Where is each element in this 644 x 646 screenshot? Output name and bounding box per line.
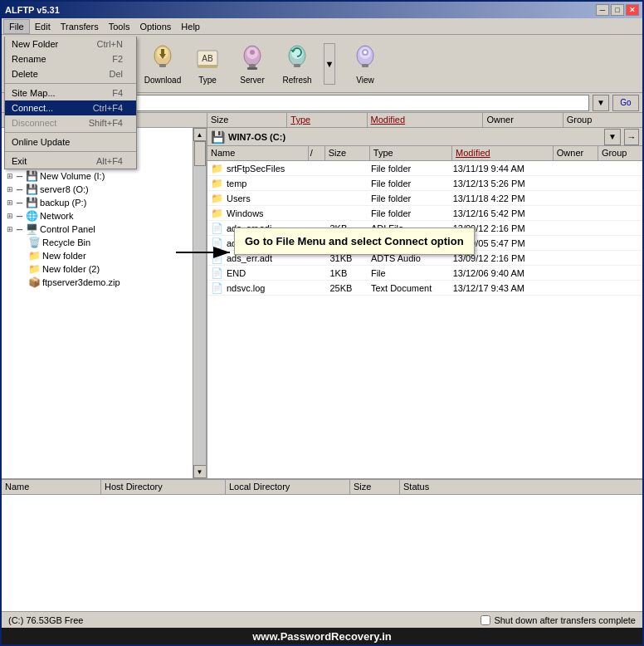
tree-item-new-vol-i[interactable]: ⊞ ─ 💾 New Volume (I:) [3, 169, 191, 183]
right-size-col[interactable]: Size [325, 146, 370, 160]
panels-area: ⊞ ─ 💾 WIN-VISTA (F:) ⊞ ─ 💾 my all databa… [2, 128, 642, 478]
right-panel-bar: 💾 WIN7-OS (C:) ▼ → [207, 128, 642, 146]
right-slash-col[interactable]: / [309, 146, 325, 160]
file-row[interactable]: 📁 Users File folder 13/11/18 4:22 PM [207, 191, 642, 206]
drive-icon-4: 💾 [26, 170, 38, 182]
annotation-box: Go to File Menu and select Connect optio… [234, 228, 475, 255]
view-icon [349, 42, 382, 76]
tree-item-backup[interactable]: ⊞ ─ 💾 backup (P:) [3, 196, 191, 209]
menu-delete[interactable]: Delete Del [5, 66, 136, 81]
transfer-panel: Name Host Directory Local Directory Size… [2, 478, 642, 611]
file-row[interactable]: 📁 Windows File folder 13/12/16 5:42 PM [207, 206, 642, 221]
right-panel: 💾 WIN7-OS (C:) ▼ → Name / Size Type Modi… [207, 128, 642, 478]
modified-col-header[interactable]: Modified [368, 113, 484, 127]
right-group-col[interactable]: Group [598, 146, 642, 160]
menu-help[interactable]: Help [176, 20, 205, 33]
view-label: View [356, 76, 374, 85]
tree-item-new-folder-2[interactable]: 📁 New folder (2) [3, 262, 191, 276]
svg-point-35 [363, 51, 367, 54]
recycle-icon: 🗑️ [28, 237, 41, 248]
size-col-header[interactable]: Size [207, 113, 287, 127]
toolbar-dropdown-area: ▼ [324, 43, 335, 85]
tree-item-server8[interactable]: ⊞ ─ 💾 server8 (O:) [3, 183, 191, 196]
menu-rename[interactable]: Rename F2 [5, 51, 136, 66]
transfer-status-col: Status [400, 480, 642, 494]
toolbar-refresh-btn[interactable]: Refresh [276, 39, 319, 89]
download-icon [146, 42, 179, 76]
tree-item-control-panel[interactable]: ⊞ ─ 🖥️ Control Panel [3, 223, 191, 236]
arrow-svg [172, 236, 238, 269]
right-type-col[interactable]: Type [370, 146, 452, 160]
maximize-button[interactable]: □ [611, 4, 624, 16]
menu-transfers[interactable]: Transfers [56, 20, 104, 33]
drive-icon-right: 💾 [211, 130, 225, 144]
menu-sep-3 [5, 151, 136, 152]
tree-item-recycle[interactable]: 🗑️ Recycle Bin [3, 236, 191, 249]
scroll-thumb[interactable] [194, 141, 206, 166]
window-title: ALFTP v5.31 [5, 5, 60, 15]
menu-tools[interactable]: Tools [104, 20, 135, 33]
refresh-icon [281, 42, 314, 76]
tree-item-network[interactable]: ⊞ ─ 🌐 Network [3, 209, 191, 223]
left-scrollbar[interactable]: ▲ ▼ [193, 128, 206, 478]
title-bar-buttons: ─ □ ✕ [596, 4, 639, 16]
file-row[interactable]: 📁 srtFtpSecFiles File folder 13/11/19 9:… [207, 161, 642, 176]
shutdown-checkbox[interactable] [481, 615, 490, 625]
group-col-header[interactable]: Group [564, 113, 642, 127]
menu-site-map[interactable]: Site Map... F4 [5, 86, 136, 100]
svg-rect-31 [294, 64, 300, 67]
menu-disconnect[interactable]: Disconnect Shift+F4 [5, 115, 136, 130]
url-text: www.PasswordRecovery.in [252, 630, 392, 643]
title-bar: ALFTP v5.31 ─ □ ✕ [2, 2, 642, 18]
refresh-label: Refresh [282, 76, 311, 85]
address-dropdown-btn[interactable]: ▼ [593, 95, 609, 111]
toolbar-view-btn[interactable]: View [344, 39, 387, 89]
right-modified-col[interactable]: Modified [452, 146, 554, 160]
file-row[interactable]: 📄 END 1KB File 13/12/06 9:40 AM [207, 266, 642, 281]
svg-text:AB: AB [202, 54, 213, 63]
address-go-btn[interactable]: Go [612, 95, 639, 111]
right-dropdown-btn[interactable]: ▼ [604, 129, 621, 145]
menu-connect[interactable]: Connect... Ctrl+F4 [5, 100, 136, 115]
tree-container: ⊞ ─ 💾 WIN-VISTA (F:) ⊞ ─ 💾 my all databa… [2, 128, 193, 478]
toolbar-server-btn[interactable]: Server [231, 39, 274, 89]
window: ALFTP v5.31 ─ □ ✕ File New Folder Ctrl+N… [0, 0, 644, 646]
file-row[interactable]: 📁 temp File folder 13/12/13 5:26 PM [207, 176, 642, 191]
file-row[interactable]: 📄 ndsvc.log 25KB Text Document 13/12/17 … [207, 281, 642, 296]
svg-rect-26 [249, 64, 256, 67]
transfer-body [2, 495, 642, 611]
right-name-col[interactable]: Name [207, 146, 309, 160]
scroll-up-btn[interactable]: ▲ [193, 128, 207, 141]
menu-exit[interactable]: Exit Alt+F4 [5, 154, 136, 169]
type-col-header[interactable]: Type [287, 113, 367, 127]
menu-new-folder[interactable]: New Folder Ctrl+N [5, 37, 136, 51]
owner-col-header[interactable]: Owner [483, 113, 563, 127]
menu-sep-1 [5, 83, 136, 84]
drive-label: WIN7-OS (C:) [228, 132, 285, 142]
svg-rect-19 [159, 64, 166, 67]
left-panel: ⊞ ─ 💾 WIN-VISTA (F:) ⊞ ─ 💾 my all databa… [2, 128, 207, 478]
transfer-col-headers: Name Host Directory Local Directory Size… [2, 480, 642, 495]
menu-online-update[interactable]: Online Update [5, 135, 136, 149]
toolbar-download-btn[interactable]: Download [141, 39, 184, 89]
minimize-button[interactable]: ─ [596, 4, 609, 16]
annotation-text: Go to File Menu and select Connect optio… [245, 235, 464, 247]
right-nav-btn[interactable]: → [624, 129, 639, 145]
menu-edit[interactable]: Edit [30, 20, 56, 33]
toolbar-more-btn[interactable]: ▼ [324, 43, 335, 85]
svg-point-25 [250, 50, 255, 55]
scroll-track[interactable] [194, 141, 206, 465]
file-dropdown-menu: New Folder Ctrl+N Rename F2 Delete Del S… [4, 37, 137, 169]
svg-rect-27 [247, 67, 257, 70]
tree-item-new-folder[interactable]: 📁 New folder [3, 249, 191, 262]
right-owner-col[interactable]: Owner [554, 146, 598, 160]
menu-sep-2 [5, 132, 136, 133]
tree-item-ftpserver[interactable]: 📦 ftpserver3demo.zip [3, 276, 191, 289]
menu-options[interactable]: Options [134, 20, 176, 33]
toolbar-type-btn[interactable]: AB Type [186, 39, 229, 89]
status-right: Shut down after transfers complete [481, 615, 636, 625]
menu-file[interactable]: File New Folder Ctrl+N Rename F2 Delete … [3, 19, 30, 34]
scroll-down-btn[interactable]: ▼ [193, 465, 207, 478]
close-button[interactable]: ✕ [626, 4, 639, 16]
type-icon: AB [191, 42, 224, 76]
